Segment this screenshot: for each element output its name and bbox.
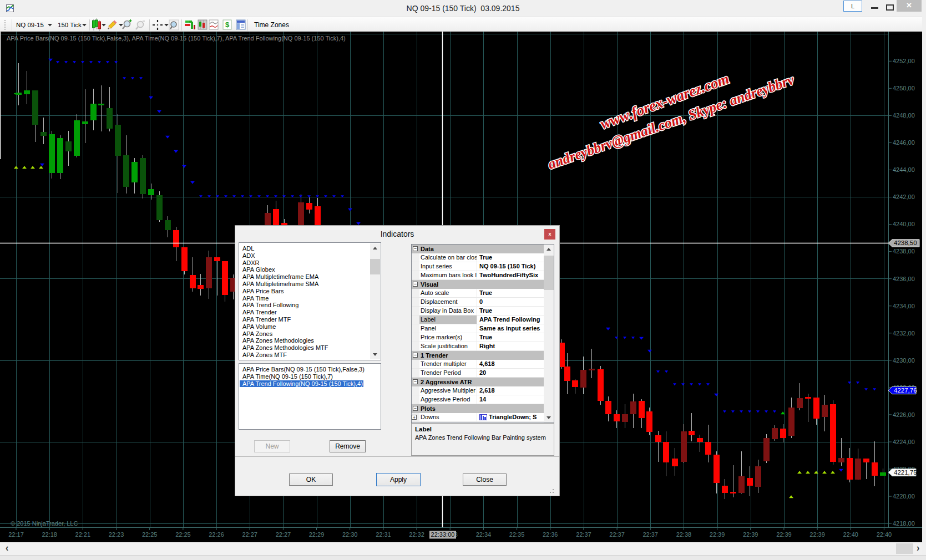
svg-text:22:32: 22:32 [409,531,424,538]
svg-text:4221,75: 4221,75 [894,469,917,476]
svg-text:$: $ [225,21,230,29]
svg-text:22:33:00: 22:33:00 [431,531,455,538]
svg-text:4232,00: 4232,00 [893,330,915,337]
svg-text:4240,00: 4240,00 [893,221,915,227]
svg-text:22:37: 22:37 [576,531,591,538]
svg-text:Time Zones: Time Zones [254,21,289,29]
svg-text:22:27: 22:27 [242,531,257,538]
svg-text:22:40: 22:40 [843,531,858,538]
svg-text:22:39: 22:39 [776,531,792,538]
svg-text:22:25: 22:25 [142,531,158,538]
svg-text:© 2015 NinjaTrader, LLC: © 2015 NinjaTrader, LLC [11,520,78,527]
svg-text:4238,00: 4238,00 [893,248,915,254]
svg-text:150 Tick: 150 Tick [58,22,82,28]
svg-text:22:34: 22:34 [476,531,492,538]
svg-text:4220,00: 4220,00 [893,493,915,500]
svg-text:4244,00: 4244,00 [893,166,915,173]
svg-text:22:27: 22:27 [276,531,291,538]
svg-text:4230,00: 4230,00 [893,357,915,364]
svg-text:4218,00: 4218,00 [893,520,915,527]
svg-text:22:38: 22:38 [676,531,692,538]
svg-text:4234,00: 4234,00 [893,303,915,309]
svg-text:22:25: 22:25 [175,531,191,538]
svg-text:NQ 09-15: NQ 09-15 [16,22,44,28]
svg-text:4250,00: 4250,00 [893,85,915,91]
svg-text:22:39: 22:39 [809,531,825,538]
svg-text:22:40: 22:40 [877,531,892,538]
svg-text:22:37: 22:37 [642,531,658,538]
svg-text:4248,00: 4248,00 [893,112,915,119]
svg-text:4242,00: 4242,00 [893,194,915,200]
svg-text:22:36: 22:36 [543,531,558,538]
svg-text:22:31: 22:31 [376,531,391,538]
svg-text:22:17: 22:17 [8,531,24,538]
svg-text:4252,00: 4252,00 [893,58,915,64]
svg-text:22:23: 22:23 [109,531,124,538]
svg-text:22:39: 22:39 [710,531,725,538]
svg-text:4226,00: 4226,00 [893,411,915,418]
svg-text:4227,76: 4227,76 [894,387,917,394]
svg-text:22:18: 22:18 [42,531,57,538]
svg-text:22:21: 22:21 [75,531,91,538]
svg-text:4246,00: 4246,00 [893,139,915,146]
svg-text:22:30: 22:30 [342,531,358,538]
svg-text:4224,00: 4224,00 [893,439,915,445]
svg-text:4236,00: 4236,00 [893,276,915,282]
svg-text:22:35: 22:35 [509,531,525,538]
svg-text:22:39: 22:39 [743,531,758,538]
svg-text:APA Price Bars(NQ 09-15 (150 T: APA Price Bars(NQ 09-15 (150 Tick),False… [7,35,346,42]
svg-text:4238,50: 4238,50 [894,240,917,246]
svg-text:22:37: 22:37 [609,531,625,538]
svg-text:22:29: 22:29 [309,531,325,538]
svg-text:22:26: 22:26 [209,531,224,538]
